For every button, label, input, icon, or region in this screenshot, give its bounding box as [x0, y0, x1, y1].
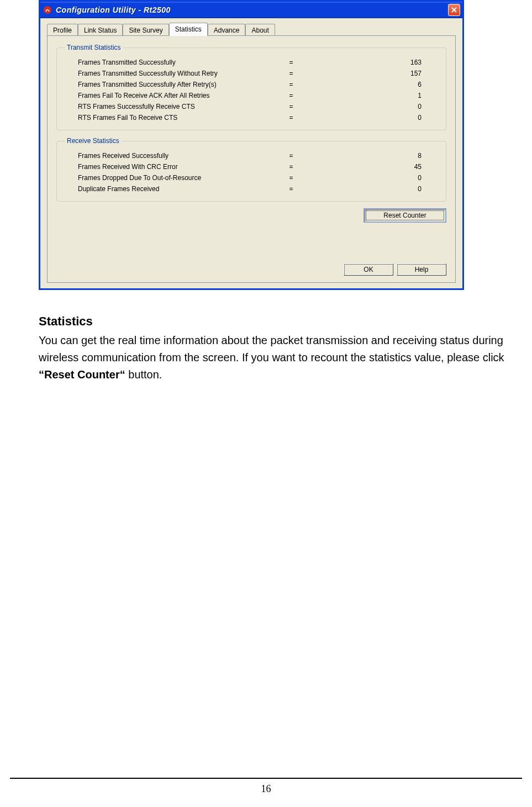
- config-utility-window: Configuration Utility - Rt2500 Profile L…: [39, 0, 464, 290]
- stat-eq: =: [275, 152, 308, 160]
- stat-value: 157: [308, 70, 438, 77]
- stat-value: 45: [308, 163, 438, 171]
- stat-label: Frames Transmitted Successfully Without …: [65, 70, 275, 77]
- stat-label: Frames Fail To Receive ACK After All Ret…: [65, 92, 275, 99]
- stat-label: Frames Transmitted Successfully: [65, 59, 275, 66]
- stat-row: Frames Received Successfully = 8: [65, 150, 438, 161]
- doc-para-bold: “Reset Counter“: [39, 368, 125, 381]
- stat-eq: =: [275, 70, 308, 77]
- stat-row: RTS Frames Successfully Receive CTS = 0: [65, 101, 438, 112]
- transmit-statistics-group: Transmit Statistics Frames Transmitted S…: [56, 44, 446, 130]
- stat-eq: =: [275, 103, 308, 110]
- window-title: Configuration Utility - Rt2500: [56, 6, 171, 14]
- tab-about[interactable]: About: [245, 24, 275, 36]
- tab-link-status[interactable]: Link Status: [78, 24, 123, 36]
- stat-row: Frames Received With CRC Error = 45: [65, 161, 438, 172]
- stat-value: 0: [308, 174, 438, 182]
- tab-panel-statistics: Transmit Statistics Frames Transmitted S…: [47, 35, 456, 283]
- stat-row: Frames Transmitted Successfully After Re…: [65, 79, 438, 90]
- doc-heading: Statistics: [39, 312, 508, 331]
- stat-value: 1: [308, 92, 438, 99]
- stat-eq: =: [275, 163, 308, 171]
- reset-row: Reset Counter: [56, 208, 446, 223]
- page-footer: 16: [0, 778, 532, 795]
- page-number: 16: [261, 783, 271, 794]
- stat-value: 163: [308, 59, 438, 66]
- close-icon[interactable]: [448, 4, 460, 16]
- window-body: Profile Link Status Site Survey Statisti…: [40, 18, 462, 288]
- stat-eq: =: [275, 81, 308, 88]
- stat-value: 6: [308, 81, 438, 88]
- tab-site-survey[interactable]: Site Survey: [123, 24, 168, 36]
- stat-value: 0: [308, 103, 438, 110]
- help-button[interactable]: Help: [397, 263, 446, 276]
- doc-para-pre: You can get the real time information ab…: [39, 334, 504, 363]
- stat-value: 0: [308, 185, 438, 193]
- stat-label: Frames Received Successfully: [65, 152, 275, 160]
- stat-row: Frames Fail To Receive ACK After All Ret…: [65, 90, 438, 101]
- receive-statistics-group: Receive Statistics Frames Received Succe…: [56, 137, 446, 202]
- dialog-footer: OK Help: [344, 259, 446, 277]
- tab-statistics[interactable]: Statistics: [169, 23, 208, 36]
- stat-label: RTS Frames Fail To Receive CTS: [65, 114, 275, 122]
- stat-label: Frames Dropped Due To Out-of-Resource: [65, 174, 275, 182]
- footer-rule: [10, 778, 522, 779]
- titlebar: Configuration Utility - Rt2500: [40, 2, 462, 18]
- tab-advance[interactable]: Advance: [208, 24, 246, 36]
- stat-eq: =: [275, 114, 308, 122]
- doc-paragraph: You can get the real time information ab…: [39, 332, 508, 383]
- stat-value: 8: [308, 152, 438, 160]
- doc-para-post: button.: [125, 368, 162, 381]
- stat-label: RTS Frames Successfully Receive CTS: [65, 103, 275, 110]
- app-icon: [43, 5, 52, 15]
- stat-eq: =: [275, 59, 308, 66]
- stat-label: Frames Transmitted Successfully After Re…: [65, 81, 275, 88]
- tab-profile[interactable]: Profile: [47, 24, 78, 36]
- reset-counter-button[interactable]: Reset Counter: [364, 208, 446, 223]
- stat-eq: =: [275, 92, 308, 99]
- stat-eq: =: [275, 185, 308, 193]
- stat-row: RTS Frames Fail To Receive CTS = 0: [65, 112, 438, 123]
- stat-value: 0: [308, 114, 438, 122]
- receive-legend: Receive Statistics: [65, 137, 122, 145]
- document-text: Statistics You can get the real time inf…: [39, 312, 508, 383]
- transmit-legend: Transmit Statistics: [65, 44, 123, 51]
- stat-eq: =: [275, 174, 308, 182]
- tabs: Profile Link Status Site Survey Statisti…: [47, 24, 456, 36]
- stat-row: Duplicate Frames Received = 0: [65, 183, 438, 194]
- stat-label: Duplicate Frames Received: [65, 185, 275, 193]
- stat-row: Frames Transmitted Successfully = 163: [65, 57, 438, 68]
- stat-row: Frames Transmitted Successfully Without …: [65, 68, 438, 79]
- stat-label: Frames Received With CRC Error: [65, 163, 275, 171]
- stat-row: Frames Dropped Due To Out-of-Resource = …: [65, 172, 438, 183]
- ok-button[interactable]: OK: [344, 263, 393, 276]
